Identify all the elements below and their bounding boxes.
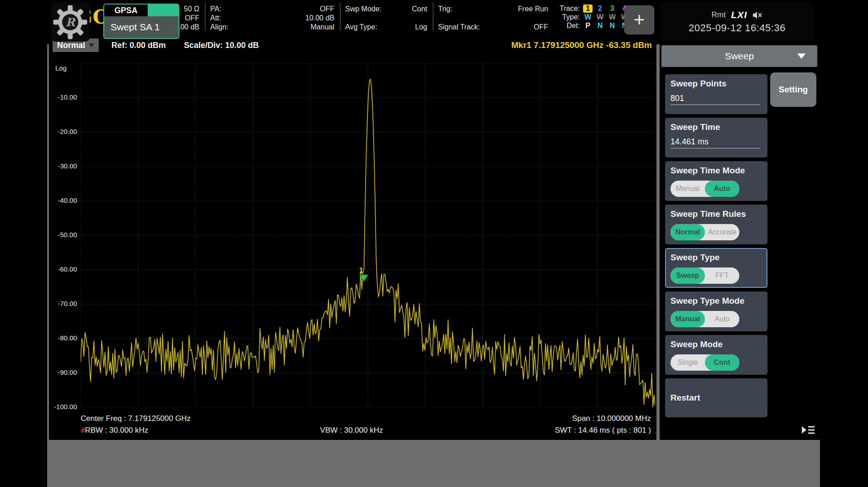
setting-row: Avg Type:Log — [345, 23, 427, 32]
trace-detector-2[interactable]: N — [594, 21, 606, 30]
card-title: Sweep Type — [670, 253, 762, 263]
trace-row-label: Det: — [554, 21, 580, 30]
trace-type-3[interactable]: W — [606, 13, 618, 21]
card-sweep-type[interactable]: Sweep TypeSweepFFT — [665, 248, 767, 288]
setting-label: Align: — [210, 23, 228, 32]
gear-icon: R — [53, 5, 88, 40]
toggle-option-accurate[interactable]: Accurate — [705, 224, 739, 240]
sweep-mode-settings: Swp Mode:ContAvg Type:Log — [340, 3, 433, 31]
app-tab-label: Swept SA 1 — [103, 16, 179, 39]
setting-label: Trig: — [438, 5, 452, 14]
card-value-field[interactable]: 801 — [670, 94, 760, 105]
trace-type-2[interactable]: W — [594, 13, 606, 21]
y-tick-label: -90.00 — [49, 368, 77, 376]
tab-accent — [149, 4, 179, 16]
center-freq-label: Center Freq : 7.179125000 GHz — [81, 413, 191, 425]
lxi-logo: LXI — [731, 10, 747, 20]
setting-value: Free Run — [518, 5, 548, 14]
card-title: Sweep Points — [670, 79, 762, 89]
y-tick-label: -10.00 — [49, 93, 77, 101]
card-sweep-type-mode[interactable]: Sweep Type ModeManualAuto — [665, 291, 767, 331]
speaker-muted-icon — [752, 11, 762, 19]
card-title: Sweep Type Mode — [670, 296, 762, 306]
app-mode-badge: GPSA — [103, 4, 149, 16]
setting-label: Signal Track: — [438, 23, 480, 32]
y-tick-label: -60.00 — [49, 265, 77, 273]
y-tick-label: -70.00 — [49, 300, 77, 307]
y-tick-label: -20.00 — [49, 128, 77, 135]
setting-label: PA: — [210, 5, 222, 14]
datetime: 2025-09-12 16:45:36 — [689, 22, 786, 34]
trace-type-1[interactable]: W — [582, 13, 594, 21]
toggle-option-cont[interactable]: Cont — [705, 354, 739, 371]
toggle-option-manual[interactable]: Manual — [670, 181, 705, 197]
y-tick-label: -80.00 — [49, 334, 77, 342]
card-title: Sweep Mode — [670, 339, 762, 349]
setting-label: Avg Type: — [345, 23, 377, 32]
trace-select-1[interactable]: 1 — [583, 5, 593, 13]
setting-value: Manual — [311, 23, 334, 32]
y-tick-label: -100.00 — [49, 403, 77, 411]
menu-collapse-icon[interactable] — [801, 425, 815, 435]
card-title: Sweep Time — [670, 122, 762, 132]
marker-readout: Mkr1 7.179125000 GHz -63.35 dBm — [511, 40, 652, 50]
menu-title-dropdown[interactable]: Sweep — [661, 45, 817, 67]
card-sweep-mode[interactable]: Sweep ModeSingleCont — [665, 335, 767, 375]
amplitude-scale-type: Log — [55, 64, 67, 72]
card-sweep-time-rules[interactable]: Sweep Time RulesNormalAccurate — [665, 205, 767, 244]
setting-value: OFF — [185, 14, 199, 23]
plot-footer: Center Freq : 7.179125000 GHz Span : 10.… — [81, 413, 651, 436]
trace-row-label: Trace: — [554, 4, 580, 13]
trace-select-2[interactable]: 2 — [594, 4, 606, 13]
setting-value: OFF — [320, 5, 334, 14]
toggle-option-auto[interactable]: Auto — [705, 311, 739, 327]
setting-row: Align:Manual — [210, 23, 334, 32]
setting-value: Log — [415, 23, 427, 32]
spectrum-panel: Normal Ref: 0.00 dBm Scale/Div: 10.00 dB… — [49, 34, 656, 440]
card-title: Sweep Time Mode — [670, 166, 762, 176]
toggle-option-fft[interactable]: FFT — [705, 267, 739, 284]
toggle-sweep-time-rules: NormalAccurate — [670, 224, 739, 240]
toggle-sweep-type-mode: ManualAuto — [670, 311, 739, 327]
span-label: Span : 10.000000 MHz — [572, 413, 651, 425]
toggle-option-single[interactable]: Single — [670, 354, 705, 371]
trace-detector-3[interactable]: N — [606, 21, 618, 30]
setting-value: OFF — [534, 23, 548, 32]
setting-label: Swp Mode: — [345, 5, 381, 14]
svg-text:R: R — [66, 16, 76, 29]
toggle-sweep-time-mode: ManualAuto — [670, 181, 739, 197]
toggle-sweep-mode: SingleCont — [670, 354, 739, 371]
rbw-label: #RBW : 30.000 kHz — [81, 425, 148, 436]
menu-cards: Sweep Points801Sweep Time14.461 msSweep … — [665, 74, 767, 417]
system-status[interactable]: Rmt LXI 2025-09-12 16:45:36 — [660, 3, 815, 41]
card-value-field[interactable]: 14.461 ms — [670, 137, 760, 148]
toggle-sweep-type: SweepFFT — [670, 267, 739, 284]
card-restart[interactable]: Restart — [665, 378, 767, 417]
sweep-menu-panel: Sweep Setting Sweep Points801Sweep Time1… — [660, 34, 820, 440]
card-sweep-points[interactable]: Sweep Points801 — [665, 74, 767, 114]
chevron-down-icon — [797, 53, 805, 59]
tab-setting[interactable]: Setting — [770, 72, 816, 107]
scale-div-label: Scale/Div: 10.00 dB — [184, 41, 259, 50]
card-sweep-time[interactable]: Sweep Time14.461 ms — [665, 118, 767, 158]
toggle-option-normal[interactable]: Normal — [670, 224, 705, 240]
trace-detector-1[interactable]: P — [582, 21, 594, 30]
screen: RIGOL Input Z:50 ΩCorrections:OFFExt Gai… — [0, 0, 868, 487]
toggle-option-sweep[interactable]: Sweep — [670, 267, 705, 284]
trigger-settings: Trig:Free RunSignal Track:OFF — [433, 3, 554, 31]
card-sweep-time-mode[interactable]: Sweep Time ModeManualAuto — [665, 161, 767, 201]
setting-value: Cont — [412, 5, 427, 14]
card-title: Sweep Time Rules — [670, 209, 762, 219]
trace-select-3[interactable]: 3 — [606, 4, 618, 13]
add-app-button[interactable]: + — [624, 5, 654, 34]
toggle-option-manual[interactable]: Manual — [670, 311, 705, 327]
card-title: Restart — [670, 393, 700, 403]
setting-row: Att:10.00 dB — [210, 14, 334, 23]
y-tick-label: -50.00 — [49, 231, 77, 239]
setting-value: 10.00 dB — [305, 14, 334, 23]
toggle-option-auto[interactable]: Auto — [705, 181, 739, 197]
y-tick-label: -40.00 — [49, 196, 77, 204]
app-tab-swept-sa[interactable]: GPSA Swept SA 1 — [103, 4, 179, 40]
setting-value: 50 Ω — [184, 5, 199, 14]
system-menu-button[interactable]: R — [51, 3, 90, 42]
